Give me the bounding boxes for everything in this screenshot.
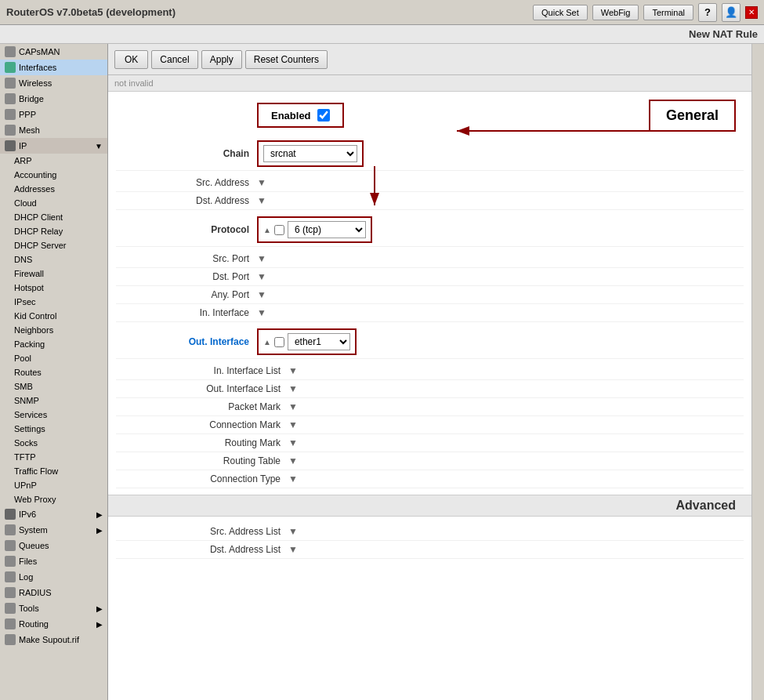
sidebar-item-smb[interactable]: SMB: [0, 379, 107, 394]
routing-table-label: Routing Table: [223, 455, 281, 466]
sidebar-item-upnp[interactable]: UPnP: [0, 478, 107, 492]
src-address-label: Src. Address: [196, 177, 249, 188]
routing-table-dropdown-icon[interactable]: ▼: [288, 455, 298, 466]
src-address-dropdown-icon[interactable]: ▼: [257, 177, 266, 188]
app-title: RouterOS v7.0beta5 (development): [6, 6, 528, 18]
sidebar-item-traffic-flow[interactable]: Traffic Flow: [0, 464, 107, 478]
out-interface-arrow-icon: ▲: [263, 338, 271, 346]
out-interface-box: ▲ ether1: [257, 328, 357, 355]
general-section-label: General: [649, 100, 736, 132]
dst-address-list-dropdown-icon[interactable]: ▼: [288, 544, 298, 555]
interfaces-icon: [5, 62, 16, 73]
routing-mark-dropdown-icon[interactable]: ▼: [288, 437, 298, 448]
in-interface-dropdown-icon[interactable]: ▼: [257, 307, 266, 318]
sidebar-item-packing[interactable]: Packing: [0, 337, 107, 351]
protocol-select[interactable]: 6 (tcp): [288, 221, 366, 238]
sidebar-item-web-proxy[interactable]: Web Proxy: [0, 492, 107, 506]
sidebar-item-capsman[interactable]: CAPsMAN: [0, 44, 107, 60]
sidebar-item-hotspot[interactable]: Hotspot: [0, 281, 107, 295]
content-area: OK Cancel Apply Reset Counters not inval…: [108, 44, 751, 700]
sidebar-item-log[interactable]: Log: [0, 569, 107, 585]
connection-mark-label: Connection Mark: [209, 419, 281, 430]
sidebar-item-dhcp-server[interactable]: DHCP Server: [0, 238, 107, 252]
dst-address-dropdown-icon[interactable]: ▼: [257, 195, 266, 206]
apply-button[interactable]: Apply: [201, 50, 242, 69]
ok-button[interactable]: OK: [114, 50, 148, 69]
user-button[interactable]: 👤: [722, 3, 740, 22]
sidebar-item-dhcp-client[interactable]: DHCP Client: [0, 210, 107, 224]
src-port-dropdown-icon[interactable]: ▼: [257, 253, 266, 264]
mesh-icon: [5, 125, 16, 136]
sidebar-item-make-supout[interactable]: Make Supout.rif: [0, 632, 107, 647]
protocol-arrow-icon: ▲: [263, 226, 271, 234]
sidebar-item-dns[interactable]: DNS: [0, 252, 107, 267]
quick-set-button[interactable]: Quick Set: [533, 5, 588, 20]
chain-select[interactable]: srcnat: [263, 145, 357, 162]
protocol-checkbox[interactable]: [274, 225, 284, 235]
ipv6-icon: [5, 509, 16, 520]
sidebar-item-radius[interactable]: RADIUS: [0, 585, 107, 600]
sidebar-item-services[interactable]: Services: [0, 408, 107, 422]
src-port-label: Src. Port: [212, 253, 249, 264]
sidebar-item-ip[interactable]: IP ▼: [0, 138, 107, 154]
page-title: New NAT Rule: [0, 25, 764, 44]
out-interface-list-dropdown-icon[interactable]: ▼: [288, 383, 298, 394]
sidebar-item-files[interactable]: Files: [0, 553, 107, 569]
sidebar-item-dhcp-relay[interactable]: DHCP Relay: [0, 224, 107, 238]
system-icon: [5, 524, 16, 535]
routing-icon: [5, 618, 16, 629]
out-interface-select[interactable]: ether1: [288, 333, 350, 350]
sidebar-item-bridge[interactable]: Bridge: [0, 91, 107, 107]
close-button[interactable]: ✕: [745, 6, 758, 19]
packet-mark-dropdown-icon[interactable]: ▼: [288, 401, 298, 412]
sidebar-item-snmp[interactable]: SNMP: [0, 394, 107, 408]
src-address-list-dropdown-icon[interactable]: ▼: [288, 526, 298, 537]
sidebar-item-tools[interactable]: Tools ▶: [0, 600, 107, 616]
sidebar-item-queues[interactable]: Queues: [0, 538, 107, 553]
dst-port-dropdown-icon[interactable]: ▼: [257, 271, 266, 282]
sidebar-item-accounting[interactable]: Accounting: [0, 168, 107, 182]
tools-icon: [5, 603, 16, 614]
radius-icon: [5, 587, 16, 598]
sidebar-item-settings[interactable]: Settings: [0, 422, 107, 436]
help-button[interactable]: ?: [698, 3, 717, 22]
enabled-checkbox[interactable]: [317, 109, 330, 122]
reset-counters-button[interactable]: Reset Counters: [245, 50, 328, 69]
sidebar-item-interfaces[interactable]: Interfaces: [0, 60, 107, 75]
protocol-label: Protocol: [211, 224, 249, 235]
src-address-list-label: Src. Address List: [210, 526, 281, 537]
connection-type-dropdown-icon[interactable]: ▼: [288, 473, 298, 484]
sidebar-item-ppp[interactable]: PPP: [0, 107, 107, 122]
sidebar-item-firewall[interactable]: Firewall: [0, 267, 107, 281]
connection-mark-dropdown-icon[interactable]: ▼: [288, 419, 298, 430]
sidebar-item-pool[interactable]: Pool: [0, 351, 107, 365]
sidebar-item-addresses[interactable]: Addresses: [0, 182, 107, 196]
out-interface-checkbox[interactable]: [274, 337, 284, 347]
terminal-button[interactable]: Terminal: [643, 5, 693, 20]
tools-arrow-icon: ▶: [96, 604, 103, 613]
sidebar-item-system[interactable]: System ▶: [0, 522, 107, 538]
webfig-button[interactable]: WebFig: [592, 5, 639, 20]
chain-box: srcnat: [257, 140, 364, 167]
sidebar-item-tftp[interactable]: TFTP: [0, 450, 107, 464]
sidebar-item-ipv6[interactable]: IPv6 ▶: [0, 506, 107, 522]
any-port-dropdown-icon[interactable]: ▼: [257, 289, 266, 300]
sidebar-item-kid-control[interactable]: Kid Control: [0, 309, 107, 323]
sidebar-item-cloud[interactable]: Cloud: [0, 196, 107, 210]
sidebar-item-arp[interactable]: ARP: [0, 154, 107, 168]
dst-address-label: Dst. Address: [196, 195, 249, 206]
sidebar-item-wireless[interactable]: Wireless: [0, 75, 107, 91]
enabled-box: Enabled: [257, 103, 344, 128]
cancel-button[interactable]: Cancel: [151, 50, 197, 69]
sidebar-item-routing[interactable]: Routing ▶: [0, 616, 107, 632]
sidebar-item-ipsec[interactable]: IPsec: [0, 295, 107, 309]
sidebar-item-neighbors[interactable]: Neighbors: [0, 323, 107, 337]
bridge-icon: [5, 93, 16, 104]
sidebar-item-routes[interactable]: Routes: [0, 365, 107, 379]
sidebar-item-mesh[interactable]: Mesh: [0, 122, 107, 138]
sidebar-item-socks[interactable]: Socks: [0, 436, 107, 450]
in-interface-list-dropdown-icon[interactable]: ▼: [288, 365, 298, 376]
advanced-section-header: Advanced: [108, 495, 751, 517]
dst-port-label: Dst. Port: [212, 271, 249, 282]
enabled-label: Enabled: [271, 110, 311, 122]
